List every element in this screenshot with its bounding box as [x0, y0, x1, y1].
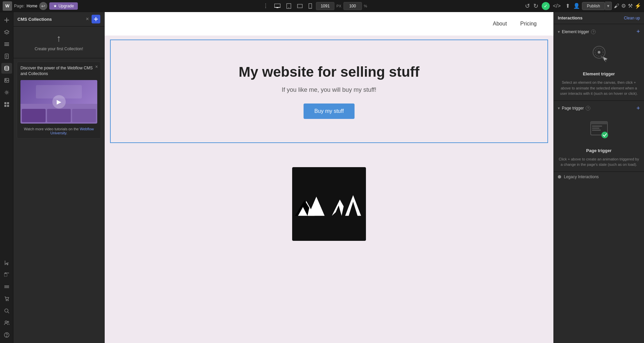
legacy-interactions-label: Legacy Interactions	[564, 175, 599, 179]
sidebar-icon-help[interactable]	[1, 330, 12, 340]
page-trigger-header: ▾ Page trigger ? +	[558, 105, 640, 112]
svg-marker-45	[345, 195, 361, 216]
page-trigger-add-button[interactable]: +	[636, 105, 640, 112]
promo-video-thumbnail[interactable]: ▶	[20, 80, 97, 124]
svg-rect-22	[4, 102, 6, 104]
sidebar-icon-search[interactable]	[1, 305, 12, 316]
element-trigger-title-row: ▾ Element trigger ?	[558, 29, 596, 34]
desktop-view-button[interactable]	[272, 2, 282, 10]
panel-header: CMS Collections ×	[13, 12, 104, 26]
video-thumbnails	[20, 108, 97, 124]
right-panel: Interactions Clean up ▾ Element trigger …	[553, 12, 644, 343]
element-trigger-add-button[interactable]: +	[636, 28, 640, 35]
sidebar-icon-ecommerce[interactable]	[1, 293, 12, 304]
save-button[interactable]: ↩	[39, 2, 47, 10]
undo-redo-group: ↺ ↻	[524, 2, 540, 10]
mobile-portrait-button[interactable]	[307, 2, 314, 10]
panel-add-collection-button[interactable]	[92, 15, 100, 23]
svg-rect-13	[4, 45, 9, 46]
sidebar-icon-settings[interactable]	[1, 87, 12, 98]
share-button[interactable]: ⬆	[564, 1, 571, 10]
website-canvas: About Pricing My website for selling stu…	[105, 12, 553, 343]
element-trigger-icon	[586, 41, 612, 67]
width-input[interactable]	[316, 2, 334, 10]
upgrade-button[interactable]: ★ Upgrade	[49, 2, 78, 10]
svg-point-7	[310, 7, 311, 8]
zoom-input[interactable]	[343, 2, 362, 10]
svg-line-33	[8, 312, 9, 313]
publish-dropdown-button[interactable]: ▾	[605, 2, 612, 10]
element-trigger-title: Element trigger	[562, 29, 589, 34]
svg-point-30	[6, 300, 7, 301]
svg-marker-10	[4, 30, 9, 33]
mobile-landscape-button[interactable]	[295, 3, 305, 9]
svg-rect-23	[7, 102, 9, 104]
clean-up-button[interactable]: Clean up	[624, 16, 640, 20]
page-trigger-title: Page trigger	[562, 106, 584, 111]
nav-pricing-link[interactable]: Pricing	[520, 21, 537, 27]
nav-about-link[interactable]: About	[493, 21, 507, 27]
svg-rect-12	[4, 44, 9, 45]
sidebar-icon-pages[interactable]	[1, 51, 12, 62]
panel-close-button[interactable]: ×	[86, 16, 89, 22]
sidebar-icon-users[interactable]	[1, 318, 12, 328]
upgrade-label: Upgrade	[58, 4, 74, 8]
page-trigger-chevron: ▾	[558, 106, 560, 111]
sidebar-icon-select[interactable]	[1, 257, 12, 268]
sidebar-icon-multiselect[interactable]	[1, 269, 12, 280]
svg-point-21	[6, 92, 7, 93]
sidebar-icon-add[interactable]	[1, 15, 12, 25]
left-panel: CMS Collections × ↑ Create your first Co…	[13, 12, 105, 343]
width-unit: PX	[336, 4, 341, 8]
sidebar-icon-assets[interactable]	[1, 75, 12, 86]
tools-button[interactable]: ⚒	[628, 3, 633, 9]
sidebar-icon-components[interactable]	[1, 281, 12, 292]
logo-section	[105, 147, 553, 268]
legacy-interactions-row[interactable]: Legacy Interactions	[554, 172, 644, 182]
svg-point-48	[598, 51, 600, 54]
page-trigger-section: ▾ Page trigger ? + Page trigger	[554, 101, 644, 172]
element-trigger-description: Select an element on the canvas, then cl…	[558, 80, 640, 96]
publish-button[interactable]: Publish	[582, 2, 605, 10]
code-editor-button[interactable]: </>	[552, 2, 562, 10]
page-label: Page:	[14, 4, 24, 8]
svg-rect-52	[592, 128, 599, 129]
svg-rect-11	[4, 43, 9, 43]
sidebar-icon-layers[interactable]	[1, 27, 12, 38]
logo-box	[292, 167, 366, 241]
main-layout: CMS Collections × ↑ Create your first Co…	[0, 12, 644, 343]
page-trigger-heading: Page trigger	[558, 148, 640, 153]
video-play-button[interactable]: ▶	[52, 95, 66, 109]
svg-point-32	[5, 309, 8, 312]
toolbar-center: ⋮ PX %	[107, 1, 521, 10]
toolbar-left: W Page: Home ↩ ★ Upgrade	[0, 1, 107, 11]
undo-button[interactable]: ↺	[524, 2, 531, 10]
svg-rect-53	[592, 130, 601, 131]
site-navigation: About Pricing	[105, 12, 553, 36]
element-trigger-svg	[587, 42, 611, 66]
svg-point-3	[288, 7, 289, 8]
user-icon-button[interactable]: 👤	[573, 3, 580, 9]
sidebar-icon-cms[interactable]	[1, 63, 12, 74]
collection-empty-state: ↑ Create your first Collection!	[13, 26, 104, 58]
brush-tool-button[interactable]: 🖌	[614, 3, 619, 9]
hero-section[interactable]: My website for selling stuff If you like…	[110, 40, 548, 143]
settings-button[interactable]: ⚙	[621, 3, 626, 9]
site-logo-clean	[330, 187, 366, 221]
tablet-view-button[interactable]	[284, 2, 293, 10]
svg-rect-51	[592, 126, 602, 127]
svg-rect-25	[7, 105, 9, 107]
hero-subtitle: If you like me, you will buy my stuff!	[124, 86, 534, 93]
empty-state-text: Create your first Collection!	[35, 47, 83, 51]
panel-title: CMS Collections	[17, 17, 83, 22]
upgrade-star-icon: ★	[53, 4, 57, 8]
canvas-area[interactable]: About Pricing My website for selling stu…	[105, 12, 553, 343]
lightning-button[interactable]: ⚡	[635, 3, 641, 9]
sidebar-icon-grid[interactable]	[1, 99, 12, 110]
cta-button[interactable]: Buy my stuff	[304, 104, 355, 119]
promo-close-button[interactable]: ×	[95, 64, 98, 69]
more-options-button[interactable]: ⋮	[261, 1, 270, 10]
redo-button[interactable]: ↻	[532, 2, 540, 10]
sidebar-icon-menu[interactable]	[1, 39, 12, 50]
svg-marker-44	[332, 200, 344, 216]
